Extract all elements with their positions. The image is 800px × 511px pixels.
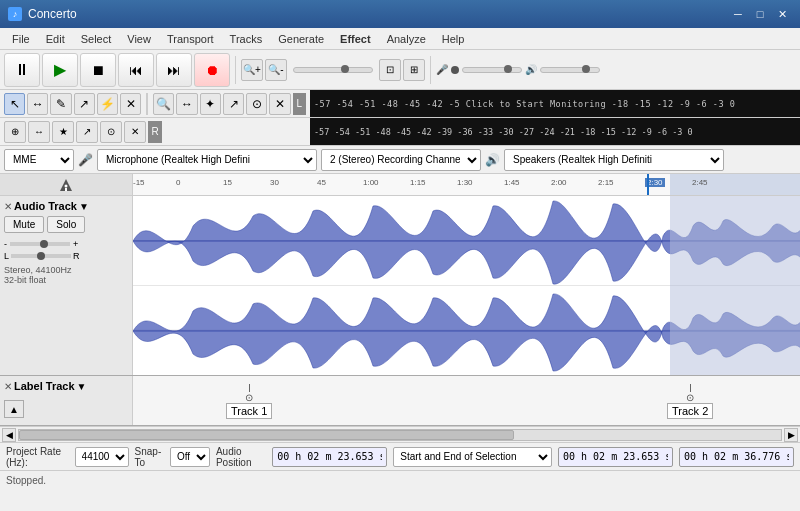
audio-track-name: Audio Track — [14, 200, 77, 212]
pause-button[interactable]: ⏸ — [4, 53, 40, 87]
label-pin-1: ⊙ — [245, 392, 253, 403]
zoom-out2[interactable]: ⊙ — [100, 121, 122, 143]
mic-volume-knob[interactable] — [451, 66, 459, 74]
tick-2:45: 2:45 — [692, 178, 708, 187]
tool-r3[interactable]: ✦ — [200, 93, 221, 115]
waveform-canvas[interactable] — [133, 196, 800, 375]
audio-track: ✕ Audio Track ▼ Mute Solo - + L R — [0, 196, 800, 376]
mute-button[interactable]: Mute — [4, 216, 44, 233]
host-select[interactable]: MME — [4, 149, 74, 171]
zoom-x2[interactable]: ✕ — [124, 121, 146, 143]
speaker-slider[interactable] — [540, 67, 600, 73]
envelope-tool[interactable]: ↔ — [27, 93, 48, 115]
zoom-tool[interactable]: ↗ — [74, 93, 95, 115]
zoom-slider[interactable] — [293, 67, 373, 73]
label-marker-2[interactable]: ⊙ Track 2 — [667, 384, 713, 419]
menu-view[interactable]: View — [119, 31, 159, 47]
label-canvas[interactable]: ⊙ Track 1 ⊙ Track 2 — [133, 376, 800, 425]
audio-pos-input[interactable] — [272, 447, 387, 467]
menu-edit[interactable]: Edit — [38, 31, 73, 47]
mic-slider[interactable] — [462, 67, 522, 73]
status-text: Stopped. — [6, 475, 46, 486]
speaker-icon: 🔊 — [485, 153, 500, 167]
channels-select[interactable]: 2 (Stereo) Recording Channels — [321, 149, 481, 171]
ruler[interactable]: -15 0 15 30 45 1:00 1:15 1:30 1:45 2:00 … — [0, 174, 800, 196]
record-button[interactable]: ⏺ — [194, 53, 230, 87]
zoom-sync[interactable]: ↔ — [28, 121, 50, 143]
label-text-1: Track 1 — [226, 403, 272, 419]
track-info: Stereo, 44100Hz 32-bit float — [4, 265, 128, 285]
menu-help[interactable]: Help — [434, 31, 473, 47]
zoom-in-button[interactable]: 🔍+ — [241, 59, 263, 81]
sel-start-input[interactable] — [558, 447, 673, 467]
multi-tool[interactable]: ⚡ — [97, 93, 118, 115]
minimize-button[interactable]: ─ — [728, 5, 748, 23]
zoom-fit2[interactable]: ↗ — [76, 121, 98, 143]
tick-1:00: 1:00 — [363, 178, 379, 187]
status-bar: Project Rate (Hz): 44100 Snap-To Off Aud… — [0, 442, 800, 470]
menu-analyze[interactable]: Analyze — [379, 31, 434, 47]
menu-generate[interactable]: Generate — [270, 31, 332, 47]
scroll-left-button[interactable]: ◀ — [2, 428, 16, 442]
maximize-button[interactable]: □ — [750, 5, 770, 23]
fit-v-button[interactable]: ⊞ — [403, 59, 425, 81]
scroll-track[interactable] — [18, 429, 782, 441]
tool-r4[interactable]: ↗ — [223, 93, 244, 115]
project-rate-label: Project Rate (Hz): — [6, 446, 69, 468]
tools-row-2: ⊕ ↔ ★ ↗ ⊙ ✕ R -57 -54 -51 -48 -45 -42 -3… — [0, 118, 800, 146]
gain-min-label: - — [4, 239, 7, 249]
sel-end-input[interactable] — [679, 447, 794, 467]
tool-r2[interactable]: ↔ — [176, 93, 197, 115]
snap-to-select[interactable]: Off — [170, 447, 210, 467]
tick-1:15: 1:15 — [410, 178, 426, 187]
pan-slider[interactable] — [11, 254, 71, 258]
bottom-status-bar: Stopped. — [0, 470, 800, 490]
speaker-select[interactable]: Speakers (Realtek High Definiti — [504, 149, 724, 171]
label-line-1 — [249, 384, 250, 392]
draw-tool[interactable]: ✎ — [50, 93, 71, 115]
zoom-out-button[interactable]: 🔍- — [265, 59, 287, 81]
pan-R-label: R — [73, 251, 80, 261]
tool-r6[interactable]: ✕ — [269, 93, 290, 115]
play-button[interactable]: ▶ — [42, 53, 78, 87]
label-track-name: Label Track — [14, 380, 75, 392]
menu-effect[interactable]: Effect — [332, 31, 379, 47]
select-tool[interactable]: ↖ — [4, 93, 25, 115]
zoom-sel[interactable]: ★ — [52, 121, 74, 143]
menu-transport[interactable]: Transport — [159, 31, 222, 47]
fit-button[interactable]: ⊡ — [379, 59, 401, 81]
close-button[interactable]: ✕ — [772, 5, 792, 23]
horizontal-scrollbar[interactable]: ◀ ▶ — [0, 426, 800, 442]
tick-2:00: 2:00 — [551, 178, 567, 187]
menu-select[interactable]: Select — [73, 31, 120, 47]
tick-15: 15 — [223, 178, 232, 187]
stop-button[interactable]: ⏹ — [80, 53, 116, 87]
track-close-button[interactable]: ✕ — [4, 201, 12, 212]
project-rate-select[interactable]: 44100 — [75, 447, 129, 467]
zoom-in2[interactable]: ⊕ — [4, 121, 26, 143]
skip-end-button[interactable]: ⏭ — [156, 53, 192, 87]
microphone-select[interactable]: Microphone (Realtek High Defini — [97, 149, 317, 171]
label-track-close[interactable]: ✕ — [4, 381, 12, 392]
tool-r5[interactable]: ⊙ — [246, 93, 267, 115]
label-track-up[interactable]: ▲ — [4, 400, 24, 418]
audio-pos-label: Audio Position — [216, 446, 266, 468]
track-menu-button[interactable]: ▼ — [79, 201, 89, 212]
toolbar: ⏸ ▶ ⏹ ⏮ ⏭ ⏺ 🔍+ 🔍- ⊡ ⊞ 🎤 🔊 — [0, 50, 800, 90]
svg-point-2 — [65, 184, 68, 187]
solo-button[interactable]: Solo — [47, 216, 85, 233]
app-icon: ♪ — [8, 7, 22, 21]
ruler-track[interactable]: -15 0 15 30 45 1:00 1:15 1:30 1:45 2:00 … — [133, 174, 800, 195]
skip-start-button[interactable]: ⏮ — [118, 53, 154, 87]
menu-tracks[interactable]: Tracks — [222, 31, 271, 47]
scroll-right-button[interactable]: ▶ — [784, 428, 798, 442]
scroll-thumb[interactable] — [19, 430, 514, 440]
gain-slider[interactable] — [10, 242, 70, 246]
label-track-menu[interactable]: ▼ — [77, 381, 87, 392]
selection-mode-select[interactable]: Start and End of Selection — [393, 447, 552, 467]
tool-r1[interactable]: 🔍 — [153, 93, 174, 115]
tool-x1[interactable]: ✕ — [120, 93, 141, 115]
title-bar: ♪ Concerto ─ □ ✕ — [0, 0, 800, 28]
label-marker-1[interactable]: ⊙ Track 1 — [226, 384, 272, 419]
menu-file[interactable]: File — [4, 31, 38, 47]
